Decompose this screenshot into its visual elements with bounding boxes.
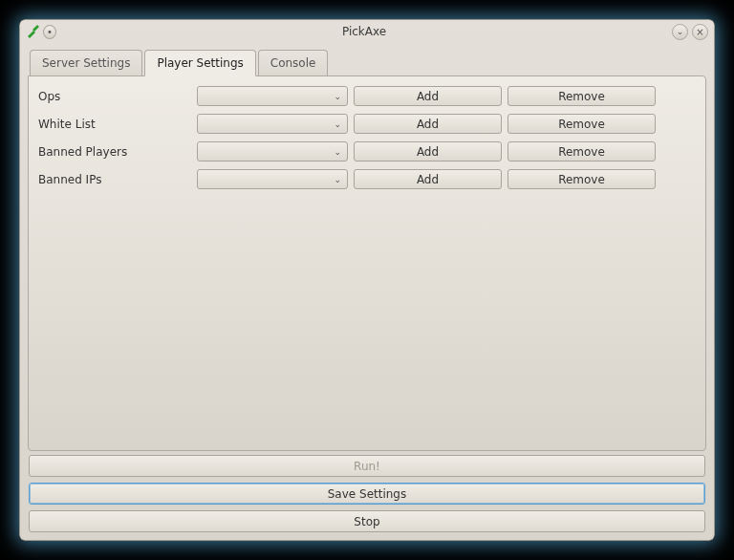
minimize-button[interactable]: ⌄ bbox=[672, 24, 688, 40]
bottom-button-bar: Run! Save Settings Stop bbox=[28, 451, 706, 532]
titlebar: • PickAxe ⌄ × bbox=[20, 20, 714, 43]
banned-ips-dropdown[interactable]: ⌄ bbox=[197, 169, 348, 189]
chevron-down-icon: ⌄ bbox=[334, 175, 341, 184]
player-settings-panel: Ops ⌄ Add Remove White List ⌄ Add Remove… bbox=[28, 75, 706, 451]
banned-ips-add-button[interactable]: Add bbox=[354, 169, 502, 189]
whitelist-dropdown[interactable]: ⌄ bbox=[197, 114, 348, 134]
whitelist-add-button[interactable]: Add bbox=[354, 114, 502, 134]
tab-player-settings[interactable]: Player Settings bbox=[144, 50, 255, 76]
banned-ips-row: Banned IPs ⌄ Add Remove bbox=[38, 169, 696, 189]
ops-add-button[interactable]: Add bbox=[354, 86, 502, 106]
ops-row: Ops ⌄ Add Remove bbox=[38, 86, 696, 106]
ops-label: Ops bbox=[38, 90, 191, 103]
app-icon bbox=[26, 25, 39, 38]
save-settings-button[interactable]: Save Settings bbox=[29, 483, 705, 505]
banned-ips-label: Banned IPs bbox=[38, 173, 191, 186]
banned-players-add-button[interactable]: Add bbox=[354, 141, 502, 162]
whitelist-row: White List ⌄ Add Remove bbox=[38, 114, 696, 134]
tab-console[interactable]: Console bbox=[258, 50, 329, 76]
application-window: • PickAxe ⌄ × Server Settings Player Set… bbox=[19, 19, 715, 541]
tab-server-settings[interactable]: Server Settings bbox=[30, 50, 142, 76]
tabstrip: Server Settings Player Settings Console bbox=[30, 49, 706, 75]
whitelist-remove-button[interactable]: Remove bbox=[507, 114, 656, 134]
window-title: PickAxe bbox=[56, 25, 672, 38]
menu-icon[interactable]: • bbox=[43, 25, 56, 38]
banned-players-dropdown[interactable]: ⌄ bbox=[197, 141, 348, 162]
chevron-down-icon: ⌄ bbox=[334, 147, 341, 157]
ops-dropdown[interactable]: ⌄ bbox=[197, 86, 348, 106]
whitelist-label: White List bbox=[38, 118, 191, 131]
ops-remove-button[interactable]: Remove bbox=[507, 86, 656, 106]
banned-players-label: Banned Players bbox=[38, 145, 191, 159]
banned-ips-remove-button[interactable]: Remove bbox=[507, 169, 656, 189]
run-button: Run! bbox=[29, 455, 705, 477]
chevron-down-icon: ⌄ bbox=[334, 92, 341, 101]
chevron-down-icon: ⌄ bbox=[334, 119, 341, 129]
close-button[interactable]: × bbox=[692, 24, 708, 40]
banned-players-row: Banned Players ⌄ Add Remove bbox=[38, 141, 696, 162]
banned-players-remove-button[interactable]: Remove bbox=[507, 141, 656, 162]
stop-button[interactable]: Stop bbox=[29, 510, 705, 532]
